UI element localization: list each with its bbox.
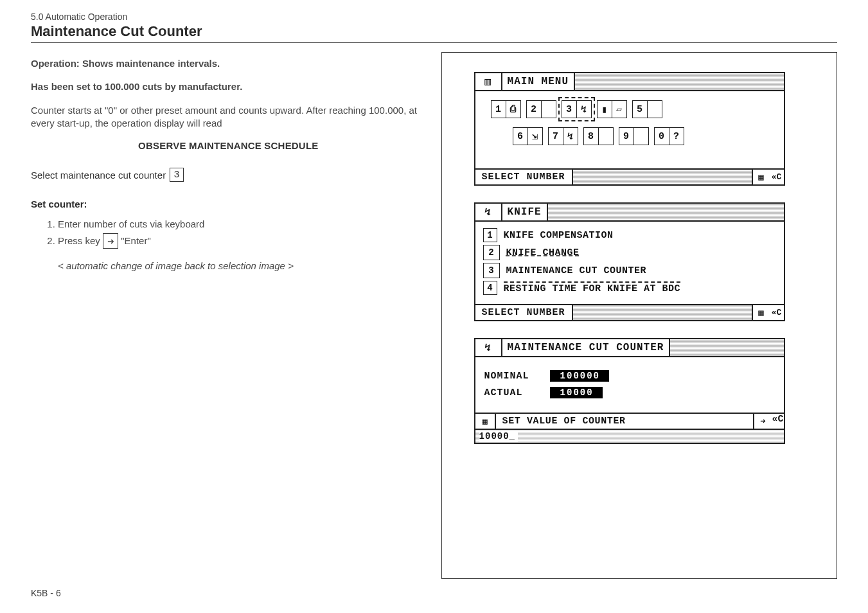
step-2: Press key ➜ "Enter"	[58, 233, 426, 249]
menu-4[interactable]: ▮▱	[597, 100, 627, 118]
menu-1[interactable]: 1⎙	[491, 100, 521, 118]
header-texture	[548, 204, 784, 220]
lcd-cut-counter: ↯ MAINTENANCE CUT COUNTER NOMINAL 100000…	[474, 338, 785, 444]
step-1: Enter number of cuts via keyboard	[58, 218, 426, 229]
page-title: Maintenance Cut Counter	[31, 23, 837, 40]
clear-c-icon[interactable]: «C	[770, 170, 784, 184]
item-number: 3	[483, 263, 500, 278]
step-2-prefix: Press key	[58, 235, 103, 246]
nominal-row: NOMINAL 100000	[484, 370, 775, 382]
knife-icon: ↯	[475, 339, 502, 356]
enter-icon[interactable]: ➜	[753, 414, 772, 429]
nominal-label: NOMINAL	[484, 371, 542, 382]
steps-list: Enter number of cuts via keyboard Press …	[31, 218, 426, 249]
menu-6[interactable]: 6⇲	[513, 127, 543, 145]
item-number: 2	[483, 245, 500, 260]
menu-row-1: 1⎙ 2 3↯ ▮▱ 5	[482, 100, 777, 118]
book-icon: ▥	[475, 73, 502, 90]
step-2-suffix: "Enter"	[121, 235, 151, 246]
counter-description: Counter starts at "0" or other preset am…	[31, 104, 426, 130]
screens-column: ▥ MAIN MENU 1⎙ 2 3↯ ▮▱ 5 6⇲ 7↯	[441, 52, 837, 579]
keypad-icon: ▦	[475, 414, 496, 429]
breadcrumb: 5.0 Automatic Operation	[31, 12, 837, 22]
header-texture	[670, 339, 783, 356]
item-label: KNIFE CHANGE	[506, 247, 580, 258]
foot-texture	[573, 305, 752, 320]
keypad-icon: ▦	[752, 170, 770, 184]
actual-value: 10000	[550, 387, 603, 398]
auto-change-note: < automatic change of image back to sele…	[58, 260, 426, 271]
menu-5[interactable]: 5	[632, 100, 662, 118]
menu-row-2: 6⇲ 7↯ 8 9 0?	[482, 127, 777, 145]
item-number: 4	[483, 281, 497, 295]
nominal-value: 100000	[550, 370, 609, 382]
instructions-column: Operation: Shows maintenance intervals. …	[31, 52, 426, 579]
knife-item-1[interactable]: 1 KNIFE COMPENSATION	[483, 228, 776, 242]
foot-texture	[573, 170, 752, 184]
preset-note: Has been set to 100.000 cuts by manufact…	[31, 80, 426, 93]
item-number: 1	[483, 228, 497, 242]
menu-8[interactable]: 8	[583, 127, 614, 145]
lcd-counter-title: MAINTENANCE CUT COUNTER	[502, 339, 671, 356]
set-value-prompt: SET VALUE OF COUNTER	[496, 414, 753, 429]
knife-item-2[interactable]: 2 KNIFE CHANGE	[483, 245, 776, 260]
clear-c-icon[interactable]: «C	[772, 414, 784, 429]
counter-input-value: 10000_	[479, 431, 518, 441]
key-3: 3	[170, 168, 184, 182]
maintenance-schedule-banner: OBSERVE MAINTENANCE SCHEDULE	[31, 140, 426, 151]
menu-3-highlighted[interactable]: 3↯	[562, 100, 592, 118]
clear-c-icon[interactable]: «C	[770, 305, 784, 320]
actual-label: ACTUAL	[484, 387, 542, 398]
select-counter-label: Select maintenance cut counter	[31, 170, 166, 181]
header-texture	[575, 73, 784, 90]
counter-input-row[interactable]: 10000_	[475, 429, 784, 443]
knife-item-4[interactable]: 4 RESTING TIME FOR KNIFE AT BDC	[483, 281, 776, 295]
actual-row: ACTUAL 10000	[484, 387, 775, 398]
set-counter-heading: Set counter:	[31, 199, 426, 209]
knife-item-3-highlighted[interactable]: 3 MAINTENANCE CUT COUNTER	[483, 263, 776, 278]
knife-icon: ↯	[475, 204, 502, 220]
menu-7[interactable]: 7↯	[548, 127, 578, 145]
operation-heading: Operation: Shows maintenance intervals.	[31, 57, 426, 70]
menu-9[interactable]: 9	[619, 127, 649, 145]
menu-2[interactable]: 2	[526, 100, 556, 118]
item-label: RESTING TIME FOR KNIFE AT BDC	[504, 281, 681, 294]
lcd-knife-title: KNIFE	[502, 204, 548, 220]
lcd-knife-menu: ↯ KNIFE 1 KNIFE COMPENSATION 2 KNIFE CHA…	[474, 202, 785, 321]
enter-key-icon: ➜	[103, 233, 118, 249]
page-footer: K5B - 6	[31, 588, 837, 598]
title-underline	[31, 42, 837, 43]
select-number-prompt: SELECT NUMBER	[475, 170, 573, 184]
keypad-icon: ▦	[752, 305, 770, 320]
select-number-prompt: SELECT NUMBER	[475, 305, 573, 320]
lcd-main-menu: ▥ MAIN MENU 1⎙ 2 3↯ ▮▱ 5 6⇲ 7↯	[474, 72, 785, 186]
menu-0-help[interactable]: 0?	[654, 127, 684, 145]
item-label: KNIFE COMPENSATION	[504, 230, 614, 241]
lcd-main-title: MAIN MENU	[502, 73, 575, 90]
item-label: MAINTENANCE CUT COUNTER	[506, 265, 647, 276]
